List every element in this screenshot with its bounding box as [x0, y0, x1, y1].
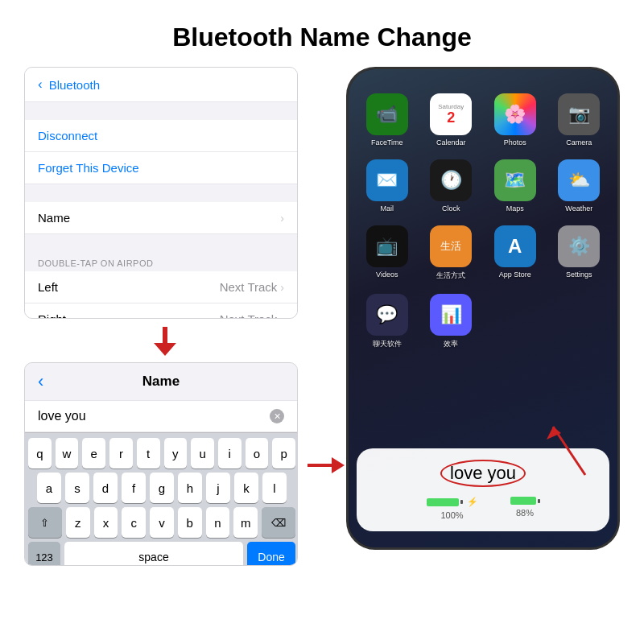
right-value: Next Track — [220, 312, 278, 319]
left-row[interactable]: Left Next Track › — [25, 271, 297, 303]
popup-arrow-icon — [529, 411, 593, 483]
key-y[interactable]: y — [164, 438, 188, 469]
maps-icon: 🗺️ — [494, 159, 536, 201]
key-z[interactable]: z — [66, 507, 90, 538]
left-chevron-icon: › — [280, 281, 284, 294]
key-w[interactable]: w — [56, 438, 79, 469]
app-life: 生活 生活方式 — [426, 225, 477, 281]
photos-icon: 🌸 — [494, 93, 536, 135]
svg-rect-0 — [163, 327, 167, 345]
calendar-icon: Saturday 2 — [430, 93, 472, 135]
name-row[interactable]: Name › — [25, 202, 297, 234]
right-chevron-icon: › — [280, 313, 284, 320]
down-arrow-icon — [154, 327, 176, 356]
key-r[interactable]: r — [109, 438, 133, 469]
life-icon: 生活 — [430, 225, 472, 267]
right-row[interactable]: Right Next Track › — [25, 303, 297, 319]
settings-screen: ‹ Bluetooth Disconnect Forget This Devic… — [24, 67, 298, 319]
key-d[interactable]: d — [93, 473, 118, 503]
key-g[interactable]: g — [150, 473, 174, 503]
battery-right-bar — [510, 497, 540, 505]
app-mail: ✉️ Mail — [361, 159, 413, 213]
forget-device-row[interactable]: Forget This Device — [25, 152, 297, 184]
key-t[interactable]: t — [137, 438, 160, 469]
disconnect-label: Disconnect — [38, 129, 97, 142]
space-key[interactable]: space — [64, 542, 243, 566]
page-title: Bluetooth Name Change — [0, 0, 644, 67]
section-gap-1 — [25, 102, 297, 120]
key-v[interactable]: v — [150, 507, 174, 538]
battery-left-tip — [460, 500, 463, 504]
popup-name: love you — [450, 463, 516, 484]
key-c[interactable]: c — [122, 507, 146, 538]
chat-icon: 💬 — [366, 294, 408, 336]
key-b[interactable]: b — [178, 507, 202, 538]
key-x[interactable]: x — [94, 507, 118, 538]
battery-right-label: 88% — [516, 508, 534, 518]
keyboard-row-3: ⇧ z x c v b n m ⌫ — [28, 507, 295, 538]
num-key[interactable]: 123 — [28, 542, 60, 566]
svg-marker-1 — [154, 343, 176, 356]
keyboard-row-2: a s d f g h j k l — [28, 473, 295, 503]
efficiency-icon: 📊 — [430, 294, 472, 336]
key-k[interactable]: k — [234, 473, 258, 503]
section-gap-3 — [25, 234, 297, 252]
down-arrow-container — [24, 327, 306, 356]
battery-right-tip — [538, 499, 540, 503]
popup-batteries: ⚡ 100% 88% — [427, 497, 540, 520]
right-label: Right — [38, 312, 66, 319]
key-u[interactable]: u — [191, 438, 214, 469]
battery-right-fill — [510, 497, 536, 505]
weather-icon: ⛅ — [558, 159, 600, 201]
key-n[interactable]: n — [206, 507, 230, 538]
key-q[interactable]: q — [28, 438, 52, 469]
name-back-button[interactable]: ‹ — [38, 371, 43, 392]
mail-icon: ✉️ — [366, 159, 408, 201]
disconnect-row[interactable]: Disconnect — [25, 120, 297, 152]
bluetooth-back-row[interactable]: ‹ Bluetooth — [25, 68, 297, 102]
app-appstore: A App Store — [489, 225, 541, 281]
done-key[interactable]: Done — [247, 542, 295, 566]
key-j[interactable]: j — [206, 473, 230, 503]
shift-key[interactable]: ⇧ — [28, 507, 62, 538]
keyboard: q w e r t y u i o p a s d f g h — [25, 432, 298, 566]
key-a[interactable]: a — [37, 473, 61, 503]
name-input-row[interactable]: love you ✕ — [25, 400, 297, 432]
key-m[interactable]: m — [233, 507, 258, 538]
app-camera: 📷 Camera — [554, 93, 605, 147]
key-s[interactable]: s — [65, 473, 89, 503]
clear-button[interactable]: ✕ — [270, 409, 284, 423]
double-tap-header: DOUBLE-TAP ON AIRPOD — [25, 252, 297, 271]
app-calendar: Saturday 2 Calendar — [426, 93, 477, 147]
app-maps: 🗺️ Maps — [489, 159, 541, 213]
name-header: ‹ Name — [25, 363, 297, 400]
key-e[interactable]: e — [82, 438, 105, 469]
name-input-value: love you — [38, 409, 86, 423]
back-arrow-icon: ‹ — [38, 76, 43, 93]
key-f[interactable]: f — [122, 473, 146, 503]
app-grid: 📹 FaceTime Saturday 2 Calendar 🌸 Photos — [349, 69, 617, 357]
key-h[interactable]: h — [178, 473, 202, 503]
right-arrow-container — [306, 365, 346, 566]
double-tap-label: DOUBLE-TAP ON AIRPOD — [38, 258, 153, 268]
name-label: Name — [38, 211, 70, 225]
keyboard-row-1: q w e r t y u i o p — [28, 438, 295, 469]
key-l[interactable]: l — [262, 473, 287, 503]
settings-icon: ⚙️ — [558, 225, 600, 267]
clock-icon: 🕐 — [430, 159, 472, 201]
appstore-icon: A — [494, 225, 536, 267]
app-clock: 🕐 Clock — [426, 159, 477, 213]
right-arrow-icon — [308, 457, 345, 473]
battery-left: ⚡ 100% — [427, 497, 478, 520]
right-panel: 📹 FaceTime Saturday 2 Calendar 🌸 Photos — [346, 67, 620, 566]
name-edit-screen: ‹ Name love you ✕ q w e r t y u i o — [24, 362, 298, 566]
key-o[interactable]: o — [246, 438, 269, 469]
key-p[interactable]: p — [272, 438, 295, 469]
battery-left-fill — [427, 498, 459, 506]
keyboard-bottom-row: 123 space Done — [28, 542, 295, 566]
key-i[interactable]: i — [218, 438, 242, 469]
battery-left-lightning: ⚡ — [467, 497, 478, 507]
phone-screen: 📹 FaceTime Saturday 2 Calendar 🌸 Photos — [349, 69, 617, 547]
delete-key[interactable]: ⌫ — [262, 507, 295, 538]
app-efficiency: 📊 效率 — [426, 294, 477, 349]
